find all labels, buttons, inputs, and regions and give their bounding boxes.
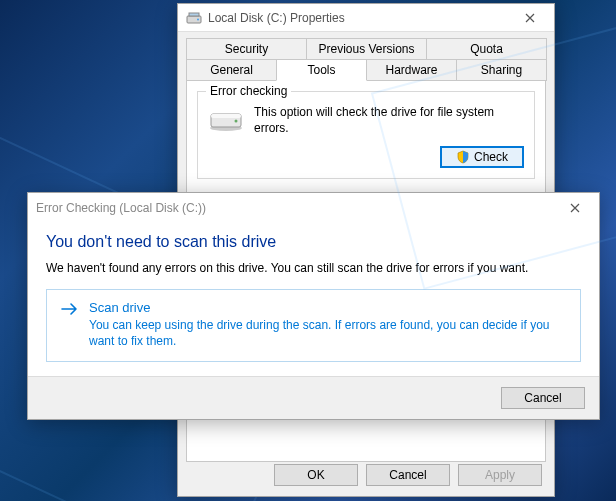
tab-security[interactable]: Security — [186, 38, 307, 59]
arrow-right-icon — [61, 301, 79, 317]
error-checking-body: You don't need to scan this drive We hav… — [28, 223, 599, 376]
tab-tools[interactable]: Tools — [276, 59, 367, 81]
error-checking-close-button[interactable] — [555, 195, 595, 221]
svg-rect-2 — [189, 13, 199, 16]
check-button[interactable]: Check — [440, 146, 524, 168]
tab-row-back: Security Previous Versions Quota — [186, 38, 546, 59]
error-checking-footer: Cancel — [28, 376, 599, 419]
properties-titlebar[interactable]: Local Disk (C:) Properties — [178, 4, 554, 32]
shield-icon — [456, 150, 470, 164]
svg-point-1 — [197, 18, 199, 20]
scan-drive-title: Scan drive — [89, 300, 568, 315]
error-checking-description: This option will check the drive for fil… — [254, 104, 524, 136]
tab-strip: Security Previous Versions Quota General… — [186, 38, 546, 81]
tab-sharing[interactable]: Sharing — [456, 59, 547, 81]
tab-hardware[interactable]: Hardware — [366, 59, 457, 81]
check-button-label: Check — [474, 150, 508, 164]
properties-close-button[interactable] — [510, 5, 550, 31]
error-checking-message: We haven't found any errors on this driv… — [46, 261, 581, 275]
tab-previous-versions[interactable]: Previous Versions — [306, 38, 427, 59]
properties-title: Local Disk (C:) Properties — [208, 11, 510, 25]
error-checking-title: Error Checking (Local Disk (C:)) — [36, 201, 555, 215]
hard-drive-icon — [208, 106, 244, 134]
tab-row-front: General Tools Hardware Sharing — [186, 59, 546, 81]
ok-button[interactable]: OK — [274, 464, 358, 486]
svg-rect-5 — [211, 114, 241, 118]
error-checking-titlebar[interactable]: Error Checking (Local Disk (C:)) — [28, 193, 599, 223]
error-checking-heading: You don't need to scan this drive — [46, 233, 581, 251]
error-checking-cancel-button[interactable]: Cancel — [501, 387, 585, 409]
error-checking-label: Error checking — [206, 84, 291, 98]
error-checking-group: Error checking This option will check th… — [197, 91, 535, 179]
error-checking-dialog: Error Checking (Local Disk (C:)) You don… — [27, 192, 600, 420]
cancel-button[interactable]: Cancel — [366, 464, 450, 486]
drive-icon — [186, 10, 202, 26]
tab-quota[interactable]: Quota — [426, 38, 547, 59]
properties-button-row: OK Cancel Apply — [274, 464, 542, 486]
scan-drive-description: You can keep using the drive during the … — [89, 317, 568, 349]
scan-drive-action[interactable]: Scan drive You can keep using the drive … — [46, 289, 581, 362]
scan-drive-text: Scan drive You can keep using the drive … — [89, 300, 568, 349]
tab-general[interactable]: General — [186, 59, 277, 81]
svg-point-6 — [235, 120, 238, 123]
apply-button[interactable]: Apply — [458, 464, 542, 486]
